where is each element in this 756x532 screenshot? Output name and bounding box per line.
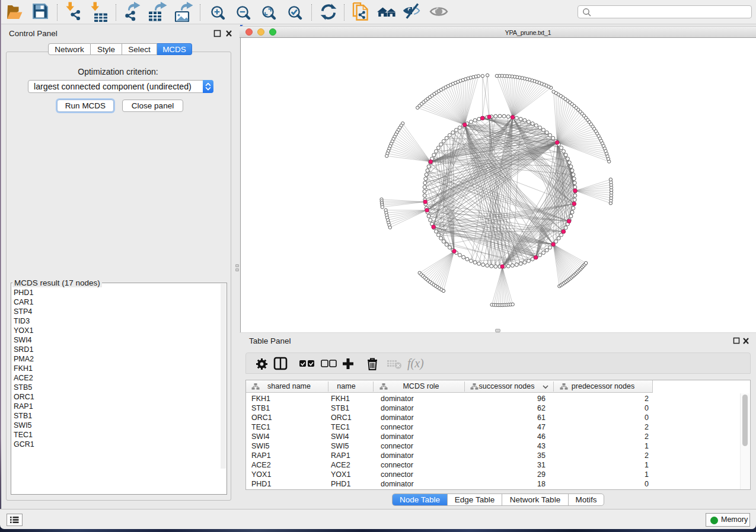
svg-text:f(x): f(x) xyxy=(407,357,424,370)
